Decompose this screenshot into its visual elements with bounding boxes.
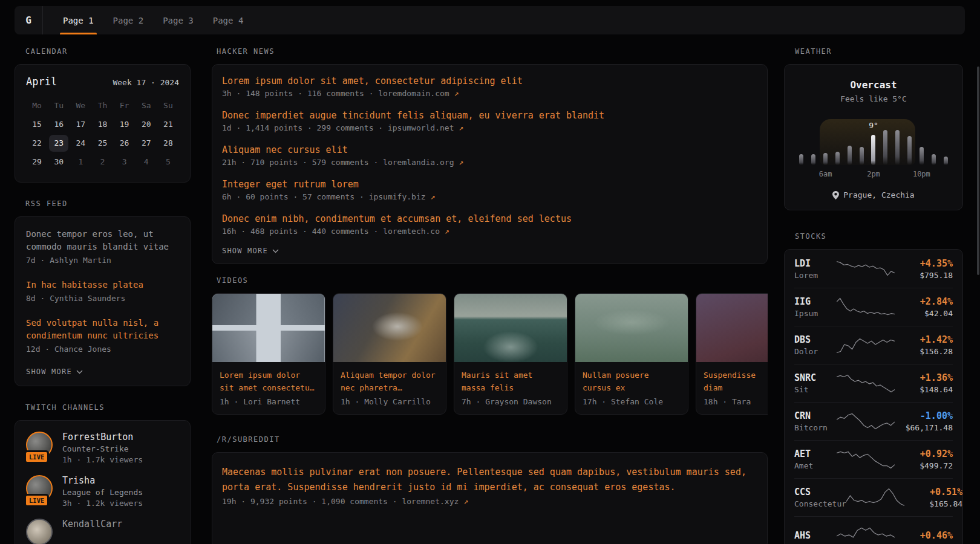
tab-page-3[interactable]: Page 3 xyxy=(156,6,200,34)
twitch-channel-row[interactable]: LIVEForrestBurtonCounter-Strike1h · 1.7k… xyxy=(26,432,179,464)
rss-item-meta: 7d · Ashlyn Martin xyxy=(26,254,179,267)
calendar-day[interactable]: 18 xyxy=(91,115,113,134)
external-link-icon[interactable]: ↗ xyxy=(430,192,435,201)
external-link-icon[interactable]: ↗ xyxy=(459,158,463,167)
stock-row[interactable]: IIGIpsum+2.84%$42.04 xyxy=(794,288,953,326)
stock-info: LDILorem xyxy=(794,258,837,280)
calendar-day[interactable]: 28 xyxy=(157,134,179,152)
external-link-icon[interactable]: ↗ xyxy=(459,123,463,132)
video-card[interactable]: Mauris sit ametmassa felis7h · Grayson D… xyxy=(454,293,567,415)
hackernews-show-more-button[interactable]: SHOW MORE xyxy=(222,247,757,255)
weather-bar-slot xyxy=(795,154,808,165)
weather-bar-slot xyxy=(832,152,844,165)
page-scrollbar[interactable] xyxy=(977,66,979,275)
stock-row[interactable]: DBSDolor+1.42%$156.28 xyxy=(794,326,953,364)
twitch-channel-row[interactable]: KendallCarr xyxy=(26,519,179,544)
stock-symbol: AHS xyxy=(794,530,837,541)
video-card[interactable]: Suspendissediam18h · Tara xyxy=(696,293,768,415)
stock-name: Lorem xyxy=(794,271,837,280)
tab-page-2[interactable]: Page 2 xyxy=(106,6,151,34)
hackernews-item-title[interactable]: Aliquam nec cursus elit xyxy=(222,143,757,157)
stock-row[interactable]: LDILorem+4.35%$795.18 xyxy=(794,250,953,288)
twitch-channel-row[interactable]: LIVETrishaLeague of Legends3h · 1.2k vie… xyxy=(26,475,179,508)
stock-price: $499.72 xyxy=(895,461,953,470)
video-title[interactable]: Suspendissediam xyxy=(704,369,768,394)
twitch-channel-meta: 3h · 1.2k viewers xyxy=(62,499,143,508)
video-thumbnail xyxy=(575,294,688,362)
calendar-day[interactable]: 29 xyxy=(26,152,48,171)
hackernews-item-title[interactable]: Donec imperdiet augue tincidunt felis al… xyxy=(222,109,757,122)
calendar-day[interactable]: 2 xyxy=(91,152,113,171)
twitch-channel-name[interactable]: ForrestBurton xyxy=(62,432,143,442)
sparkline-chart xyxy=(837,372,895,395)
hackernews-item-title[interactable]: Donec enim nibh, condimentum et accumsan… xyxy=(222,212,757,225)
rss-item-title[interactable]: In hac habitasse platea xyxy=(26,279,179,291)
stock-info: CRNBitcorn xyxy=(794,410,837,432)
calendar-day[interactable]: 22 xyxy=(26,134,48,152)
hackernews-item-title[interactable]: Integer eget rutrum lorem xyxy=(222,178,757,191)
calendar-day[interactable]: 3 xyxy=(114,152,136,171)
twitch-channel-name[interactable]: Trisha xyxy=(62,475,143,486)
stock-row[interactable]: SNRCSit+1.36%$148.64 xyxy=(794,364,953,402)
calendar-day[interactable]: 19 xyxy=(114,115,136,134)
external-link-icon[interactable]: ↗ xyxy=(445,227,449,236)
rss-item-meta: 12d · Chance Jones xyxy=(26,343,179,355)
calendar-day[interactable]: 20 xyxy=(136,115,157,134)
calendar-weekday: Mo xyxy=(26,96,48,115)
video-title[interactable]: Lorem ipsum dolorsit amet consectetu… xyxy=(220,369,318,394)
stock-symbol: DBS xyxy=(794,334,837,345)
list-item: Integer eget rutrum lorem6h · 60 points … xyxy=(222,178,757,201)
stock-row[interactable]: AHS+0.46% xyxy=(794,516,953,544)
calendar-day[interactable]: 25 xyxy=(91,134,113,152)
calendar-day-selected[interactable]: 23 xyxy=(48,134,70,152)
calendar-day[interactable]: 15 xyxy=(26,115,48,134)
rss-item-title[interactable]: Sed volutpat nulla nisl, a condimentum n… xyxy=(26,317,179,342)
calendar-day[interactable]: 24 xyxy=(70,134,91,152)
stock-values: +2.84%$42.04 xyxy=(895,296,953,318)
stocks-section-label: STOCKS xyxy=(795,232,963,241)
stock-row[interactable]: AETAmet+0.92%$499.72 xyxy=(794,440,953,478)
video-title[interactable]: Nullam posuerecursus ex xyxy=(583,369,681,394)
calendar-day[interactable]: 21 xyxy=(157,115,179,134)
weather-feels-like: Feels like 5°C xyxy=(795,94,952,103)
calendar-day[interactable]: 27 xyxy=(136,134,157,152)
stock-row[interactable]: CRNBitcorn-1.00%$66,171.48 xyxy=(794,402,953,440)
calendar-day[interactable]: 1 xyxy=(70,152,91,171)
calendar-day[interactable]: 5 xyxy=(157,152,179,171)
subreddit-post-title[interactable]: Maecenas mollis pulvinar erat non posuer… xyxy=(222,465,757,495)
video-card[interactable]: Aliquam tempor dolornec pharetra…1h · Mo… xyxy=(333,293,446,415)
calendar-day[interactable]: 30 xyxy=(48,152,70,171)
middle-column: HACKER NEWS Lorem ipsum dolor sit amet, … xyxy=(212,47,768,544)
calendar-day[interactable]: 26 xyxy=(114,134,136,152)
rss-widget: Donec tempor eros leo, ut commodo mauris… xyxy=(15,216,191,386)
hackernews-item-title[interactable]: Lorem ipsum dolor sit amet, consectetur … xyxy=(222,74,757,88)
video-card[interactable]: Nullam posuerecursus ex17h · Stefan Cole xyxy=(575,293,688,415)
video-thumbnail xyxy=(333,294,446,362)
stock-name: Ipsum xyxy=(794,309,837,318)
twitch-channel-info: TrishaLeague of Legends3h · 1.2k viewers xyxy=(62,475,143,508)
stock-row[interactable]: CCSConsectetur+0.51%$165.84 xyxy=(794,478,953,516)
app-logo[interactable]: G xyxy=(15,6,43,34)
hackernews-show-more-label: SHOW MORE xyxy=(222,247,268,255)
external-link-icon[interactable]: ↗ xyxy=(463,497,468,506)
rss-item-meta: 8d · Cynthia Saunders xyxy=(26,293,179,305)
tab-page-4[interactable]: Page 4 xyxy=(206,6,250,34)
rss-show-more-button[interactable]: SHOW MORE xyxy=(26,368,179,376)
stock-price: $795.18 xyxy=(895,271,953,280)
video-thumbnail xyxy=(212,294,325,362)
external-link-icon[interactable]: ↗ xyxy=(454,89,459,98)
rss-item-title[interactable]: Donec tempor eros leo, ut commodo mauris… xyxy=(26,228,179,253)
subreddit-post-meta: 19h · 9,932 points · 1,090 comments · lo… xyxy=(222,497,757,506)
weather-axis-label: 2pm xyxy=(867,170,880,178)
video-card[interactable]: Lorem ipsum dolorsit amet consectetu…1h … xyxy=(212,293,325,415)
video-title[interactable]: Aliquam tempor dolornec pharetra… xyxy=(341,369,439,394)
calendar-day[interactable]: 16 xyxy=(48,115,70,134)
calendar-day[interactable]: 17 xyxy=(70,115,91,134)
twitch-channel-name[interactable]: KendallCarr xyxy=(62,519,122,529)
tab-page-1[interactable]: Page 1 xyxy=(56,6,100,34)
calendar-day[interactable]: 4 xyxy=(136,152,157,171)
stock-name: Dolor xyxy=(794,347,837,356)
video-title[interactable]: Mauris sit ametmassa felis xyxy=(462,369,560,394)
sparkline-chart xyxy=(837,524,895,544)
sparkline-chart xyxy=(837,257,895,280)
